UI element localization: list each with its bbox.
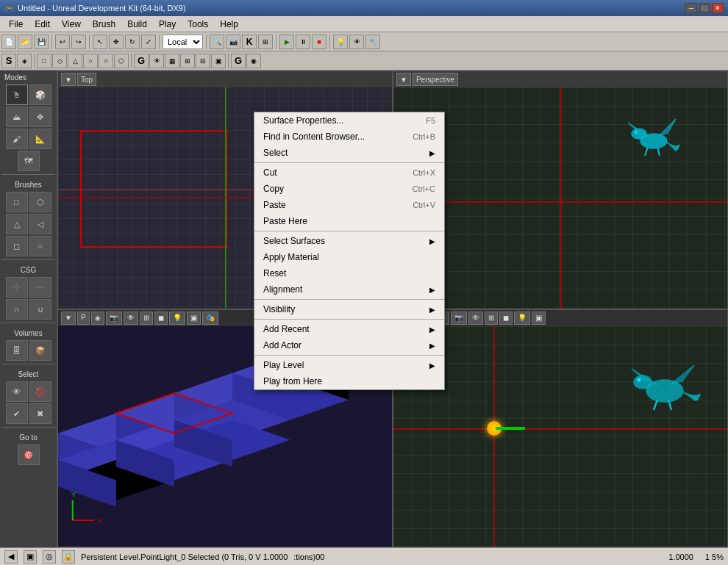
vp-tl-label[interactable]: Top — [77, 73, 96, 86]
sel-btn-4[interactable]: ✖ — [29, 403, 51, 424]
csg-btn-2[interactable]: ➖ — [29, 277, 51, 298]
cam-btn[interactable]: 📷 — [226, 35, 240, 49]
vp-bl-extra[interactable]: ◈ — [91, 312, 104, 325]
sel-btn-2[interactable]: 🚫 — [29, 381, 51, 402]
brush-btn-2[interactable]: ⬡ — [29, 192, 51, 212]
csg-btn-3[interactable]: ∩ — [6, 299, 28, 320]
mode-btn-1[interactable]: 🖱 — [6, 84, 28, 105]
menu-tools[interactable]: Tools — [182, 16, 214, 32]
t2-btn6[interactable]: ⬡ — [114, 54, 129, 68]
play-btn[interactable]: ▶ — [279, 35, 294, 49]
vp-tl-dropdown[interactable]: ▼ — [61, 73, 76, 86]
menu-brush[interactable]: Brush — [87, 16, 121, 32]
t2-btn1[interactable]: □ — [37, 54, 51, 68]
vol-btn-1[interactable]: 🗄 — [6, 340, 28, 361]
move-tool[interactable]: ✥ — [109, 35, 124, 49]
brush-btn-5[interactable]: ◻ — [6, 236, 28, 256]
nav-icon1[interactable]: ▣ — [24, 550, 37, 564]
g-icon[interactable]: G — [134, 54, 149, 68]
new-btn[interactable]: 📄 — [1, 35, 16, 49]
mode-btn-2[interactable]: 🎲 — [29, 84, 51, 105]
mode-icon[interactable]: ◈ — [17, 54, 32, 68]
eye-icon[interactable]: 👁 — [149, 54, 164, 68]
grid-btn[interactable]: ⊞ — [258, 35, 273, 49]
redo-btn[interactable]: ↪ — [71, 35, 86, 49]
vp-br-mat[interactable]: ◼ — [499, 312, 513, 325]
vp-bl-actors[interactable]: 🎭 — [202, 312, 218, 325]
vp-bl-mat[interactable]: ◼ — [154, 312, 168, 325]
t2-btn9[interactable]: ⊟ — [196, 54, 210, 68]
ctx-visibility[interactable]: Visibility ▶ — [254, 301, 444, 317]
vp-br-grid[interactable]: ⊞ — [485, 312, 498, 325]
vp-bl-light[interactable]: 💡 — [169, 312, 185, 325]
close-button[interactable]: ✕ — [712, 3, 724, 13]
vp-tr-dropdown[interactable]: ▼ — [396, 73, 411, 86]
ctx-play-from-here[interactable]: Play from Here — [254, 373, 444, 389]
nav-icon3[interactable]: 🔒 — [62, 550, 75, 564]
ctx-cut[interactable]: Cut Ctrl+X — [254, 165, 444, 181]
t2-btn10[interactable]: ▣ — [211, 54, 226, 68]
vp-br-show[interactable]: ▣ — [532, 312, 546, 325]
vp-bl-eye[interactable]: 👁 — [124, 312, 138, 325]
ctx-apply-material[interactable]: Apply Material — [254, 249, 444, 265]
vp-bl-cam[interactable]: 📷 — [106, 312, 122, 325]
vp-br-light[interactable]: 💡 — [514, 312, 530, 325]
vp-tr-label[interactable]: Perspective — [413, 73, 458, 86]
extra-btn1[interactable]: 🔧 — [365, 35, 380, 49]
t2-btn4[interactable]: ○ — [83, 54, 98, 68]
t2-btn3[interactable]: △ — [68, 54, 82, 68]
ctx-select[interactable]: Select ▶ — [254, 145, 444, 161]
rotate-tool[interactable]: ↻ — [125, 35, 140, 49]
t2-btn11[interactable]: ◉ — [246, 54, 261, 68]
nav-icon2[interactable]: ◎ — [43, 550, 56, 564]
menu-file[interactable]: File — [3, 16, 29, 32]
light-btn[interactable]: 💡 — [333, 35, 348, 49]
minimize-button[interactable]: ─ — [685, 3, 697, 13]
ctx-find-content-browser[interactable]: Find in Content Browser... Ctrl+B — [254, 129, 444, 145]
vol-btn-2[interactable]: 📦 — [29, 340, 51, 361]
select-tool[interactable]: ↖ — [93, 35, 107, 49]
brush-btn-1[interactable]: □ — [6, 192, 28, 212]
s-icon[interactable]: S — [1, 54, 16, 68]
maximize-button[interactable]: □ — [699, 3, 710, 13]
vp-br-cam[interactable]: 📷 — [451, 312, 467, 325]
search-btn[interactable]: 🔍 — [210, 35, 224, 49]
sel-btn-3[interactable]: ✔ — [6, 403, 28, 424]
open-btn[interactable]: 📂 — [18, 35, 32, 49]
menu-help[interactable]: Help — [214, 16, 244, 32]
menu-play[interactable]: Play — [153, 16, 182, 32]
stop-btn[interactable]: ■ — [312, 35, 326, 49]
menu-view[interactable]: View — [56, 16, 87, 32]
ctx-paste-here[interactable]: Paste Here — [254, 213, 444, 229]
ctx-add-recent[interactable]: Add Recent ▶ — [254, 321, 444, 337]
ctx-reset[interactable]: Reset — [254, 265, 444, 281]
mode-btn-6[interactable]: 📐 — [29, 129, 51, 149]
mode-btn-5[interactable]: 🖌 — [6, 129, 28, 149]
nav-arrow-left[interactable]: ◀ — [4, 550, 18, 564]
vp-br-eye[interactable]: 👁 — [468, 312, 483, 325]
brush-btn-6[interactable]: ○ — [29, 236, 51, 256]
t2-btn8[interactable]: ⊞ — [180, 54, 195, 68]
ctx-copy[interactable]: Copy Ctrl+C — [254, 181, 444, 197]
ctx-play-level[interactable]: Play Level ▶ — [254, 357, 444, 373]
save-btn[interactable]: 💾 — [34, 35, 49, 49]
vis-btn[interactable]: 👁 — [349, 35, 364, 49]
csg-btn-4[interactable]: ∪ — [29, 299, 51, 320]
pause-btn[interactable]: ⏸ — [296, 35, 310, 49]
mode-btn-3[interactable]: ⛰ — [6, 107, 28, 127]
k-btn[interactable]: K — [242, 35, 257, 49]
ctx-add-actor[interactable]: Add Actor ▶ — [254, 337, 444, 353]
vp-bl-show[interactable]: ▣ — [187, 312, 201, 325]
g2-icon[interactable]: G — [231, 54, 246, 68]
vp-bl-label[interactable]: P — [77, 312, 90, 325]
mode-btn-4[interactable]: ✥ — [29, 107, 51, 127]
coord-system-select[interactable]: Local World — [163, 35, 203, 49]
mode-btn-7[interactable]: 🗺 — [18, 151, 40, 171]
t2-btn2[interactable]: ◇ — [52, 54, 67, 68]
goto-btn-1[interactable]: 🎯 — [18, 445, 40, 465]
sel-btn-1[interactable]: 👁 — [6, 381, 28, 402]
t2-btn7[interactable]: ▦ — [165, 54, 179, 68]
menu-build[interactable]: Build — [121, 16, 153, 32]
ctx-select-surfaces[interactable]: Select Surfaces ▶ — [254, 233, 444, 249]
ctx-surface-properties[interactable]: Surface Properties... F5 — [254, 112, 444, 129]
